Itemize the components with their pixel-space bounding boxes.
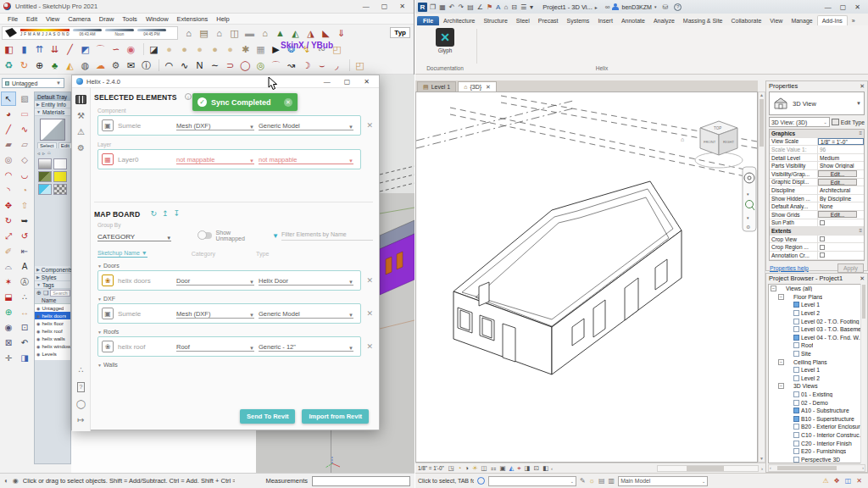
gears-icon[interactable]: ⚙ bbox=[108, 58, 123, 72]
texture-box-tool[interactable]: ◨ bbox=[17, 351, 32, 365]
panel-icon[interactable]: ▮ bbox=[17, 42, 31, 56]
view-tab[interactable]: ▤ Level 1 ✕ bbox=[417, 81, 456, 92]
crop-view-icon[interactable]: ◫ bbox=[481, 464, 487, 472]
close-button[interactable]: ✕ bbox=[854, 3, 860, 11]
settings-gear-icon[interactable]: ⚙ bbox=[77, 144, 85, 152]
scale-tool[interactable]: ⤢ bbox=[1, 229, 16, 243]
tree-item[interactable]: − Site bbox=[769, 350, 865, 358]
worksets-icon[interactable] bbox=[477, 477, 485, 485]
tag-icon[interactable]: ⚑ bbox=[487, 3, 492, 11]
tag-row[interactable]: ◉ helix walls bbox=[35, 335, 70, 342]
worksharing-icon[interactable]: ⊡ bbox=[534, 464, 539, 472]
tags-name-header[interactable]: Name bbox=[35, 297, 70, 304]
ribbon-tab[interactable]: File bbox=[417, 16, 439, 25]
sphere-material-icon[interactable]: ● bbox=[208, 42, 222, 56]
remove-row-icon[interactable]: ✕ bbox=[366, 276, 373, 285]
shadow-months-slider[interactable]: J F M A M J J A S O N D bbox=[20, 29, 70, 36]
user-avatar-icon[interactable] bbox=[612, 3, 619, 10]
tree-item[interactable]: − Level 2 bbox=[769, 374, 865, 383]
scroll-right-icon[interactable]: › bbox=[761, 466, 763, 471]
info-icon[interactable]: i bbox=[185, 93, 192, 100]
property-value[interactable]: 1/8" = 1'-0" bbox=[818, 138, 864, 145]
materials-section[interactable]: ▼Materials bbox=[35, 108, 70, 116]
polygon-tool[interactable]: ◇ bbox=[17, 152, 32, 167]
apply-button[interactable]: Apply bbox=[837, 263, 864, 273]
active-tag-dropdown[interactable]: Untagged ▼ bbox=[2, 78, 64, 88]
eraser-tool[interactable]: ▭ bbox=[17, 107, 32, 121]
home-icon[interactable]: ⌂ bbox=[212, 26, 226, 40]
corner-curve-icon[interactable]: ◞ bbox=[330, 58, 344, 72]
user-chevron-icon[interactable]: ▾ bbox=[654, 4, 657, 9]
position-camera-tool[interactable]: ✛ bbox=[1, 351, 16, 365]
canvas-vertical-scrollbar[interactable]: ▲▼ bbox=[758, 92, 765, 463]
refresh-orange-icon[interactable]: ↻ bbox=[17, 58, 31, 72]
add-circle-icon[interactable]: ⊕ bbox=[32, 58, 47, 72]
group-by-dropdown[interactable]: CATEGORY▼ bbox=[97, 230, 171, 241]
save-icon[interactable]: ▦ bbox=[439, 3, 446, 11]
add-folder-icon[interactable]: ❏ bbox=[43, 290, 48, 297]
property-value[interactable]: Edit... bbox=[818, 179, 857, 186]
sine-curve-icon[interactable]: ∿ bbox=[177, 58, 192, 72]
type-dropdown[interactable]: not mappable▼ bbox=[259, 154, 353, 164]
type-dropdown[interactable]: Generic Model▼ bbox=[259, 120, 353, 130]
tree-item[interactable]: − Perspective 3D bbox=[769, 455, 865, 463]
rotate-tool[interactable]: ↻ bbox=[1, 214, 16, 228]
property-value[interactable]: None bbox=[818, 203, 864, 209]
ribbon-tab[interactable]: Analyze bbox=[649, 16, 679, 25]
visible-eye-icon[interactable]: ◉ bbox=[36, 321, 40, 326]
property-value[interactable]: Architectural bbox=[818, 187, 864, 193]
three-point-arc-tool[interactable]: ◝ bbox=[1, 183, 16, 197]
sketchup-viewport-ground[interactable] bbox=[71, 430, 380, 473]
menu-item[interactable]: View bbox=[42, 15, 64, 23]
tree-item[interactable]: − Level 1 bbox=[769, 366, 865, 374]
curve2-icon[interactable]: ∽ bbox=[108, 42, 123, 56]
close-icon[interactable]: ✕ bbox=[860, 83, 865, 90]
title-chevron-icon[interactable]: ▸ bbox=[595, 4, 598, 10]
tree-item[interactable]: − Roof bbox=[769, 341, 865, 350]
visible-eye-icon[interactable]: ◉ bbox=[36, 313, 40, 319]
photo-match-icon[interactable]: ▦ bbox=[253, 42, 268, 56]
send-to-revit-button[interactable]: Send To Revit bbox=[240, 409, 295, 424]
ellipse-icon[interactable]: ◯ bbox=[238, 58, 253, 72]
section-plane-tool[interactable]: ⬓ bbox=[1, 290, 16, 304]
type-selector[interactable]: 3D View ▼ bbox=[769, 92, 865, 115]
view-scale-button[interactable]: 1/8" = 1'-0" bbox=[418, 465, 444, 471]
download-icon[interactable]: ↧ bbox=[173, 209, 185, 218]
checkbox[interactable] bbox=[820, 236, 825, 241]
doors-group[interactable]: ▼Doors bbox=[97, 263, 373, 269]
line-red-icon[interactable]: ╱ bbox=[63, 42, 77, 56]
tree-item[interactable]: − C10 - Interior Construc... bbox=[769, 431, 865, 440]
signed-in-user[interactable]: benD3KZM bbox=[621, 4, 651, 10]
sphere-material-icon[interactable]: ● bbox=[177, 42, 192, 56]
circle-pink-icon[interactable]: ◉ bbox=[124, 42, 138, 56]
section-icon[interactable]: ⊟ bbox=[511, 3, 517, 11]
temporary-properties-icon[interactable]: ◨ bbox=[525, 464, 531, 472]
material-swatch[interactable] bbox=[38, 158, 52, 169]
property-value[interactable]: 96 bbox=[818, 147, 864, 152]
components-section[interactable]: ▶Components bbox=[35, 266, 70, 274]
select-toggle-icon[interactable]: ◫ bbox=[845, 477, 852, 485]
property-value[interactable]: Edit... bbox=[818, 211, 857, 218]
tools-nav-icon[interactable]: ⚒ bbox=[77, 112, 85, 120]
close-tab-icon[interactable]: ✕ bbox=[486, 84, 491, 91]
scroll-left-icon[interactable]: ‹ bbox=[551, 466, 553, 471]
tree-item[interactable]: − Level 1 bbox=[769, 301, 865, 309]
hook-icon[interactable]: ⊃ bbox=[223, 58, 237, 72]
download-icon[interactable]: ⇓ bbox=[334, 26, 348, 40]
zoom-window-tool[interactable]: ⊡ bbox=[17, 320, 32, 335]
map-board-nav-icon[interactable] bbox=[75, 95, 86, 104]
search-icon[interactable]: ∞ bbox=[605, 3, 610, 11]
menu-item[interactable]: Camera bbox=[64, 15, 95, 23]
thin-lines-icon[interactable]: ☰ bbox=[520, 3, 526, 11]
menu-item[interactable]: Window bbox=[142, 15, 173, 23]
warnings-nav-icon[interactable]: ⚠ bbox=[77, 128, 85, 136]
envelope-icon[interactable]: ✉ bbox=[124, 58, 138, 72]
link-icon[interactable]: ▥ bbox=[609, 477, 615, 485]
sort-by-sketchup-name[interactable]: Sketchup Name ▼ bbox=[97, 250, 147, 258]
category-dropdown[interactable]: Roof▼ bbox=[176, 341, 254, 352]
roofs-group[interactable]: ▼Roofs bbox=[97, 329, 373, 335]
measurements-input[interactable] bbox=[312, 476, 410, 486]
terrain-add-icon[interactable]: ▲ bbox=[273, 26, 287, 40]
tree-item[interactable]: − B10 - Superstructure bbox=[769, 415, 865, 424]
lasso-select-tool[interactable]: ▧ bbox=[17, 92, 32, 106]
